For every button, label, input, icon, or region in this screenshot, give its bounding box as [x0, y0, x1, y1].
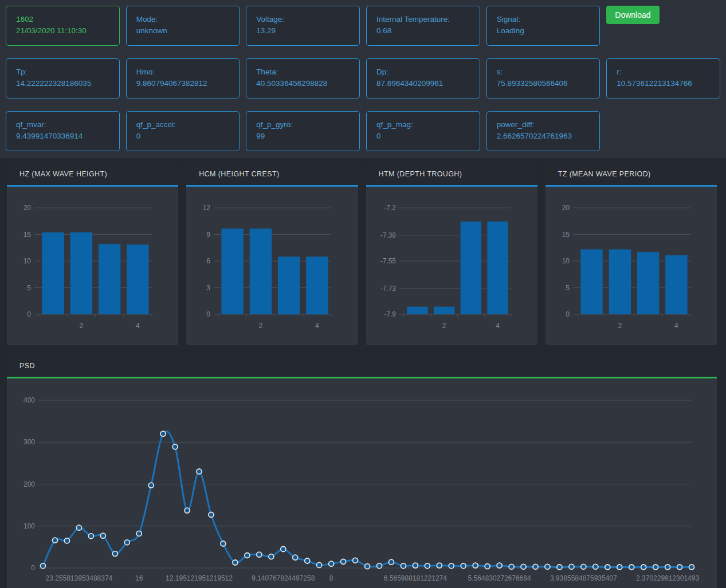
svg-text:0: 0	[566, 310, 570, 318]
metric-label: s:	[497, 66, 590, 78]
svg-text:12: 12	[203, 204, 211, 212]
svg-text:10: 10	[23, 257, 32, 265]
svg-text:5.564830272676684: 5.564830272676684	[468, 574, 531, 582]
metric-label: Tp:	[16, 66, 109, 78]
metric-label: Theta:	[256, 66, 350, 78]
metric-value: unknown	[136, 25, 230, 37]
metric-value: 99	[256, 131, 350, 142]
svg-text:0: 0	[27, 310, 31, 318]
chart-hcm-plot: 03691224	[186, 187, 358, 345]
metric-value: 9.860794067382812	[136, 78, 230, 89]
svg-text:4: 4	[496, 322, 500, 330]
metric-card-mode: Mode: unknown	[126, 6, 240, 46]
svg-text:9: 9	[207, 231, 211, 239]
metric-card-tp: Tp: 14.222222328186035	[6, 58, 120, 98]
chart-htm-plot: -7.9-7.73-7.55-7.38-7.224	[366, 187, 537, 345]
svg-text:9.140767824497258: 9.140767824497258	[252, 574, 315, 582]
chart-title-htm: HTM (DEPTH TROUGH)	[366, 163, 537, 187]
metric-label: Dp:	[376, 66, 470, 78]
chart-card-hcm: HCM (HEIGHT CREST) 03691224	[186, 163, 358, 345]
download-cell: Download	[606, 6, 720, 46]
metric-card-qf-mvar: qf_mvar: 9.43991470336914	[6, 111, 120, 151]
svg-text:400: 400	[23, 396, 35, 404]
svg-text:-7.38: -7.38	[380, 231, 396, 239]
svg-text:3.9385584875935407: 3.9385584875935407	[550, 574, 617, 582]
svg-text:23.255813953488374: 23.255813953488374	[45, 574, 112, 582]
metric-card-qf-p-accel: qf_p_accel: 0	[126, 111, 240, 151]
metric-card-power-diff: power_diff: 2.6626570224761963	[486, 111, 601, 151]
svg-text:0: 0	[31, 564, 35, 572]
metric-label: qf_p_gyro:	[256, 119, 350, 131]
svg-text:4: 4	[674, 322, 678, 330]
svg-text:2: 2	[442, 322, 446, 330]
metric-card-qf-p-mag: qf_p_mag: 0	[366, 111, 480, 151]
metric-label: Signal:	[497, 14, 590, 25]
chart-card-psd: PSD 010020030040023.2558139534883741612.…	[7, 355, 717, 588]
metric-card-qf-p-gyro: qf_p_gyro: 99	[246, 111, 360, 151]
metric-card-theta: Theta: 40.50336456298828	[246, 58, 360, 98]
metric-card-internal-temperature: Internal Temperature: 0.68	[366, 6, 480, 46]
svg-text:100: 100	[23, 522, 35, 530]
chart-title-tz: TZ (MEAN WAVE PERIOD)	[546, 163, 717, 187]
svg-text:2.370229912301493: 2.370229912301493	[636, 574, 699, 582]
metric-value: 0.68	[376, 25, 470, 37]
metric-label: qf_p_mag:	[376, 119, 470, 131]
chart-card-tz: TZ (MEAN WAVE PERIOD) 0510152024	[546, 163, 717, 345]
metrics-panel: 1602 21/03/2020 11:10:30 Mode: unknown V…	[0, 0, 726, 158]
svg-text:3: 3	[207, 284, 211, 292]
metric-card-dp: Dp: 87.6964340209961	[366, 58, 480, 98]
svg-text:15: 15	[562, 231, 570, 239]
svg-text:5: 5	[566, 284, 570, 292]
chart-hz-plot: 0510152024	[7, 187, 178, 345]
svg-text:15: 15	[23, 231, 32, 239]
station-timestamp: 21/03/2020 11:10:30	[16, 25, 109, 37]
metric-value: 0	[136, 131, 230, 142]
metric-card-hmo: Hmo: 9.860794067382812	[126, 58, 240, 98]
metrics-row-3: qf_mvar: 9.43991470336914 qf_p_accel: 0 …	[6, 111, 720, 151]
metric-label: qf_mvar:	[16, 119, 109, 131]
svg-text:300: 300	[23, 438, 35, 446]
metric-card-r: r: 10.573612213134766	[606, 58, 720, 98]
metric-label: r:	[617, 66, 710, 78]
chart-card-hz: HZ (MAX WAVE HEIGHT) 0510152024	[7, 163, 178, 345]
svg-text:6: 6	[207, 257, 211, 265]
svg-text:8: 8	[329, 574, 333, 582]
svg-text:20: 20	[562, 204, 570, 212]
svg-text:-7.9: -7.9	[384, 310, 396, 318]
station-id: 1602	[16, 14, 109, 25]
metric-label: Internal Temperature:	[376, 14, 470, 25]
station-card: 1602 21/03/2020 11:10:30	[6, 6, 120, 46]
metric-label: power_diff:	[497, 119, 590, 131]
metric-value: 10.573612213134766	[617, 78, 710, 89]
metric-label: Mode:	[136, 14, 230, 25]
svg-text:2: 2	[618, 322, 622, 330]
chart-title-psd: PSD	[7, 355, 717, 378]
svg-text:-7.55: -7.55	[380, 257, 396, 265]
svg-text:12.195121951219512: 12.195121951219512	[166, 574, 233, 582]
svg-text:5: 5	[27, 284, 31, 292]
metric-card-voltage: Voltage: 13.29	[246, 6, 360, 46]
svg-text:16: 16	[135, 574, 143, 582]
metric-label: Hmo:	[136, 66, 230, 78]
metric-value: 2.6626570224761963	[497, 131, 590, 142]
metric-label: Voltage:	[256, 14, 350, 25]
metric-value: 9.43991470336914	[16, 131, 109, 142]
svg-text:4: 4	[315, 322, 319, 330]
metric-value: Loading	[497, 25, 590, 37]
svg-text:2: 2	[80, 322, 84, 330]
metrics-row-1: 1602 21/03/2020 11:10:30 Mode: unknown V…	[6, 6, 720, 46]
metric-value: 75.89332580566406	[497, 78, 590, 89]
svg-text:10: 10	[562, 257, 570, 265]
svg-text:-7.2: -7.2	[384, 204, 396, 212]
svg-text:6.565988181221274: 6.565988181221274	[384, 574, 447, 582]
metric-label: qf_p_accel:	[136, 119, 230, 131]
metric-value: 87.6964340209961	[376, 78, 470, 89]
svg-text:4: 4	[136, 322, 140, 330]
metric-value: 0	[376, 131, 470, 142]
bar-charts-row: HZ (MAX WAVE HEIGHT) 0510152024 HCM (HEI…	[7, 163, 717, 345]
metric-value: 40.50336456298828	[256, 78, 350, 89]
download-button[interactable]: Download	[606, 6, 659, 24]
chart-tz-plot: 0510152024	[546, 187, 717, 345]
metric-card-signal: Signal: Loading	[486, 6, 601, 46]
metric-value: 13.29	[256, 25, 350, 37]
